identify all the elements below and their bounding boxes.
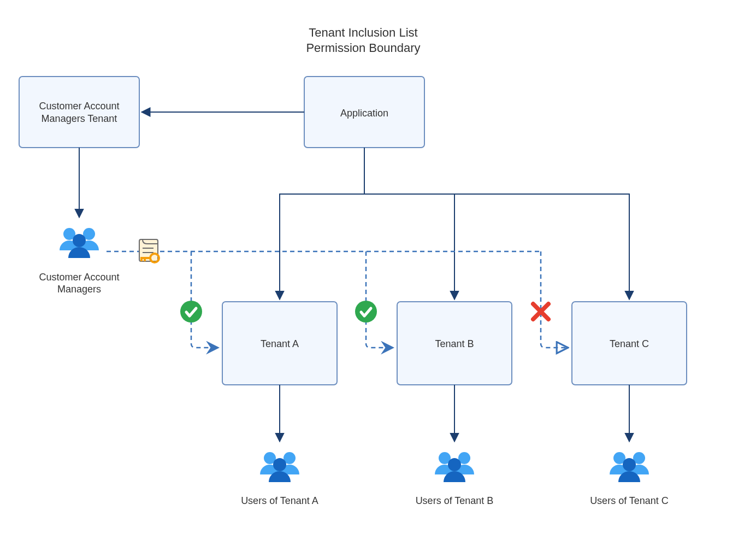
edge-app-to-tenant-c [364,148,629,300]
node-cam-tenant-label-1: Customer Account [39,101,119,112]
node-tenant-a-label: Tenant A [261,338,299,349]
node-cam-tenant: Customer Account Managers Tenant [19,77,139,148]
svg-rect-8 [19,77,139,148]
edge-app-to-tenant-a [280,148,364,300]
node-application-label: Application [340,108,388,119]
cam-users-label-2: Managers [57,284,101,295]
node-tenant-c: Tenant C [572,302,687,385]
diagram-canvas: Tenant Inclusion List Permission Boundar… [0,0,756,557]
diagram-title-line1: Tenant Inclusion List [309,26,417,39]
check-icon [355,301,377,323]
node-tenant-b: Tenant B [397,302,512,385]
people-icon [260,452,299,482]
node-application: Application [304,77,424,148]
cam-users-label-1: Customer Account [39,272,119,283]
people-icon [60,228,99,258]
check-icon [180,301,202,323]
node-tenant-a: Tenant A [222,302,337,385]
users-b-label: Users of Tenant B [416,495,494,506]
key-document-icon [139,239,159,262]
edge-app-to-tenant-b [364,148,454,300]
users-a-label: Users of Tenant A [241,495,318,506]
diagram-title-line2: Permission Boundary [306,41,420,55]
edge-permission-to-tenant-c [541,251,568,348]
node-tenant-c-label: Tenant C [610,338,649,349]
edge-permission-to-tenant-a [191,251,218,348]
edge-permission-to-tenant-b [366,251,393,348]
people-icon [610,452,649,482]
people-icon [435,452,474,482]
node-tenant-b-label: Tenant B [435,338,474,349]
node-cam-tenant-label-2: Managers Tenant [42,113,117,124]
users-c-label: Users of Tenant C [590,495,669,506]
